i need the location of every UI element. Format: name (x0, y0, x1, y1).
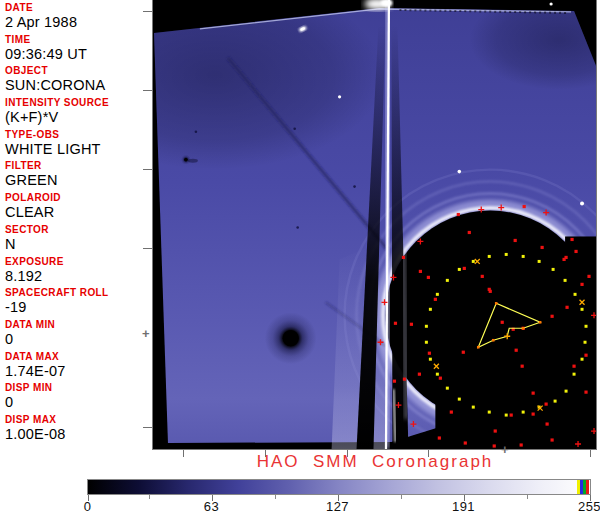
red-marker-dot (493, 444, 496, 447)
metadata-label: OBJECT (5, 65, 151, 77)
red-marker-dot (580, 283, 583, 286)
metadata-field: OBJECTSUN:CORONA (5, 65, 151, 97)
red-marker-dot (427, 276, 430, 279)
red-marker-dot (532, 392, 535, 395)
polygon-vertex-dot (492, 339, 495, 342)
metadata-field: DISP MAX1.00E-08 (5, 414, 151, 446)
yellow-marker-dot (458, 268, 461, 271)
metadata-value: 8.192 (5, 268, 151, 285)
yellow-marker-dot (436, 293, 439, 296)
red-marker-dot (464, 441, 467, 444)
coronagraph-viewer: DATE2 Apr 1988TIME09:36:49 UTOBJECTSUN:C… (0, 0, 600, 512)
red-marker-dot (541, 246, 544, 249)
metadata-field: EXPOSURE8.192 (5, 256, 151, 288)
metadata-label: FILTER (5, 160, 151, 172)
metadata-field: SPACECRAFT ROLL-19 (5, 287, 151, 319)
metadata-value: 0 (5, 331, 151, 348)
occulting-disk (385, 211, 595, 421)
metadata-field: DATA MAX1.74E-07 (5, 351, 151, 383)
metadata-value: SUN:CORONA (5, 77, 151, 94)
metadata-field: DATE2 Apr 1988 (5, 2, 151, 34)
left-axis-tick (143, 248, 152, 249)
yellow-marker-dot (436, 373, 439, 376)
colorbar-minor-tick (149, 495, 150, 499)
colorbar-minor-tick (527, 495, 528, 499)
metadata-field: SECTORN (5, 224, 151, 256)
yellow-marker-dot (581, 308, 584, 311)
red-marker-dot (428, 352, 431, 355)
metadata-label: TIME (5, 34, 151, 46)
metadata-value: (K+F)*V (5, 109, 151, 126)
coronagraph-image (153, 0, 596, 449)
yellow-marker-dot (585, 325, 588, 328)
red-marker-dot (457, 213, 460, 216)
colorbar (87, 479, 591, 495)
metadata-field: INTENSITY SOURCE(K+F)*V (5, 97, 151, 129)
metadata-field: FILTERGREEN (5, 160, 151, 192)
metadata-field: TYPE-OBSWHITE LIGHT (5, 129, 151, 161)
metadata-label: DATE (5, 2, 151, 14)
metadata-value: 1.74E-07 (5, 363, 151, 380)
red-marker-dot (468, 231, 471, 234)
red-marker-dot (402, 256, 405, 259)
colorbar-tick-label: 127 (326, 499, 349, 512)
metadata-value: WHITE LIGHT (5, 141, 151, 158)
red-marker-dot (565, 306, 568, 309)
yellow-marker-dot (573, 373, 576, 376)
polygon-vertex-dot (477, 346, 480, 349)
yellow-marker-dot (505, 253, 508, 256)
red-marker-dot (584, 391, 587, 394)
colorbar-minor-tick (275, 495, 276, 499)
colorbar-tick-label: 191 (452, 499, 475, 512)
metadata-value: CLEAR (5, 204, 151, 221)
metadata-field: POLAROIDCLEAR (5, 192, 151, 224)
colorbar-tick-label: 255 (578, 499, 600, 512)
red-marker-dot (515, 349, 518, 352)
metadata-label: EXPOSURE (5, 256, 151, 268)
red-marker-dot (438, 436, 441, 439)
yellow-marker-dot (522, 255, 525, 258)
red-marker-dot (462, 351, 465, 354)
yellow-marker-dot (554, 400, 557, 403)
metadata-value: N (5, 236, 151, 253)
metadata-label: DISP MAX (5, 414, 151, 426)
left-axis-tick (143, 11, 152, 12)
red-marker-dot (551, 315, 554, 318)
yellow-marker-dot (552, 268, 555, 271)
colorbar-tick-label: 63 (204, 499, 219, 512)
metadata-label: SPACECRAFT ROLL (5, 287, 151, 299)
page-title: HAO SMM Coronagraph (153, 452, 597, 472)
red-marker-dot (545, 403, 548, 406)
red-marker-dot (551, 438, 554, 441)
metadata-label: DATA MIN (5, 319, 151, 331)
red-marker-dot (394, 322, 397, 325)
metadata-field: DATA MIN0 (5, 319, 151, 351)
red-marker-dot (510, 413, 513, 416)
red-marker-dot (520, 443, 523, 446)
metadata-label: TYPE-OBS (5, 129, 151, 141)
red-marker-dot (523, 205, 526, 208)
red-marker-dot (393, 380, 396, 383)
left-axis-tick (143, 90, 152, 91)
red-marker-dot (570, 238, 573, 241)
colorbar-minor-tick (401, 495, 402, 499)
metadata-label: POLAROID (5, 192, 151, 204)
red-marker-dot (450, 410, 453, 413)
red-marker-dot (501, 321, 504, 324)
left-axis-tick (143, 427, 152, 428)
yellow-marker-dot (446, 279, 449, 282)
yellow-marker-dot (472, 260, 475, 263)
yellow-marker-dot (429, 358, 432, 361)
red-marker-dot (587, 275, 590, 278)
metadata-value: 1.00E-08 (5, 426, 151, 443)
red-marker-dot (481, 275, 484, 278)
metadata-label: DATA MAX (5, 351, 151, 363)
yellow-marker-dot (488, 411, 491, 414)
polygon-vertex-dot (495, 302, 498, 305)
yellow-marker-dot (574, 293, 577, 296)
red-marker-dot (418, 373, 421, 376)
left-axis-tick (143, 169, 152, 170)
yellow-marker-dot (425, 341, 428, 344)
metadata-label: INTENSITY SOURCE (5, 97, 151, 109)
yellow-marker-dot (458, 398, 461, 401)
